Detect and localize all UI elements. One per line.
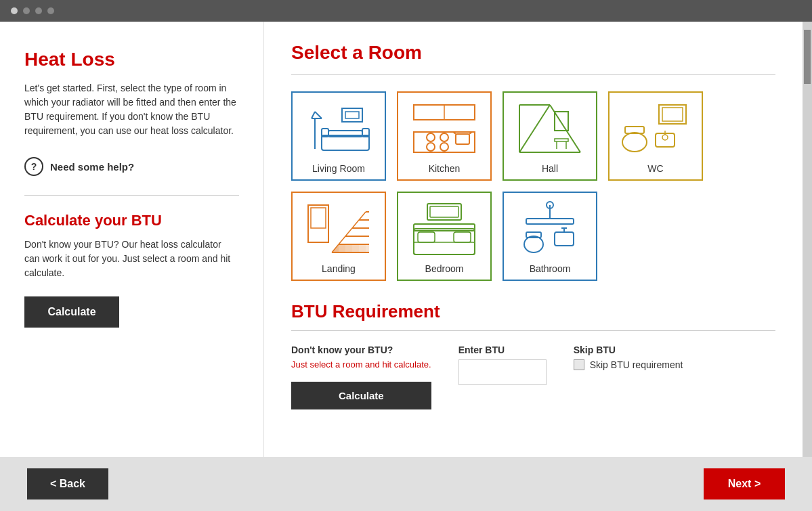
calculate-title: Calculate your BTU	[24, 212, 239, 229]
wc-icon	[618, 98, 693, 159]
room-card-landing[interactable]: Landing	[291, 192, 386, 281]
scrollbar[interactable]	[803, 22, 812, 457]
btu-enter-label: Enter BTU	[458, 345, 547, 355]
help-icon: ?	[24, 157, 43, 176]
svg-point-14	[440, 133, 448, 141]
help-text: Need some help?	[50, 161, 134, 173]
back-button[interactable]: < Back	[27, 468, 108, 499]
hall-icon	[513, 98, 587, 159]
hall-label: Hall	[542, 163, 558, 174]
svg-rect-37	[311, 208, 326, 228]
svg-point-34	[662, 135, 668, 140]
btu-title: BTU Requirement	[291, 301, 775, 322]
svg-marker-51	[345, 244, 352, 252]
btu-row: Don't know your BTU? Just select a room …	[291, 345, 775, 409]
room-card-kitchen[interactable]: Kitchen	[397, 91, 492, 181]
browser-bar	[0, 0, 812, 22]
svg-rect-67	[555, 232, 574, 246]
calculate-description: Don't know your BTU? Our heat loss calcu…	[24, 238, 239, 280]
svg-point-13	[427, 133, 435, 141]
svg-marker-50	[339, 244, 345, 252]
svg-line-48	[359, 212, 366, 220]
room-card-wc[interactable]: WC	[608, 91, 703, 181]
svg-point-16	[440, 143, 448, 151]
living-room-label: Living Room	[312, 163, 365, 174]
btu-skip-checkbox[interactable]	[574, 359, 584, 370]
svg-rect-61	[430, 206, 458, 217]
svg-line-3	[315, 112, 322, 118]
svg-rect-64	[526, 219, 574, 224]
sidebar: Heat Loss Let's get started. First, sele…	[0, 22, 264, 457]
svg-rect-4	[322, 135, 369, 150]
bottom-nav: < Back Next >	[0, 457, 812, 511]
svg-rect-58	[454, 232, 471, 242]
landing-icon	[301, 198, 376, 259]
browser-dot-1	[11, 7, 18, 14]
scrollbar-thumb[interactable]	[804, 30, 811, 84]
browser-dot-4	[47, 7, 54, 14]
svg-rect-57	[418, 232, 435, 242]
btu-skip-label: Skip BTU	[574, 345, 683, 355]
btu-dont-know-col: Don't know your BTU? Just select a room …	[291, 345, 431, 409]
btu-skip-checkbox-text: Skip BTU requirement	[590, 359, 683, 370]
svg-line-46	[345, 228, 352, 236]
sidebar-title: Heat Loss	[24, 49, 239, 70]
svg-line-47	[352, 220, 359, 228]
room-card-bathroom[interactable]: Bathroom	[503, 192, 597, 281]
svg-rect-59	[414, 242, 475, 254]
svg-marker-53	[359, 244, 366, 252]
next-button[interactable]: Next >	[704, 468, 785, 499]
svg-marker-52	[352, 244, 359, 252]
content-divider	[291, 74, 775, 75]
content-area: Select a Room	[264, 22, 803, 457]
svg-marker-54	[366, 244, 369, 252]
room-grid: Living Room	[291, 91, 775, 281]
btu-input[interactable]	[458, 359, 547, 385]
btu-divider	[291, 330, 775, 331]
bedroom-icon	[407, 198, 482, 259]
sidebar-calculate-button[interactable]: Calculate	[24, 296, 119, 328]
landing-label: Landing	[322, 263, 356, 274]
btu-dont-know-sub: Just select a room and hit calculate.	[291, 359, 431, 370]
btu-skip-col: Skip BTU Skip BTU requirement	[574, 345, 683, 370]
svg-rect-26	[555, 139, 568, 141]
kitchen-label: Kitchen	[429, 163, 461, 174]
svg-line-45	[339, 236, 345, 244]
room-card-bedroom[interactable]: Bedroom	[397, 192, 492, 281]
svg-rect-9	[345, 112, 359, 118]
kitchen-icon	[407, 98, 482, 159]
btu-skip-checkbox-label[interactable]: Skip BTU requirement	[574, 359, 683, 370]
svg-line-20	[519, 105, 550, 152]
bathroom-icon	[513, 198, 587, 259]
room-card-living-room[interactable]: Living Room	[291, 91, 386, 181]
btu-enter-col: Enter BTU	[458, 345, 547, 385]
bedroom-label: Bedroom	[425, 263, 464, 274]
svg-point-66	[524, 236, 543, 252]
svg-point-15	[427, 143, 435, 151]
browser-dot-2	[23, 7, 30, 14]
svg-rect-30	[662, 108, 683, 121]
browser-dot-3	[35, 7, 42, 14]
svg-point-32	[622, 133, 647, 152]
help-section[interactable]: ? Need some help?	[24, 157, 239, 176]
svg-rect-56	[414, 224, 475, 231]
btu-calculate-button[interactable]: Calculate	[291, 382, 431, 409]
btu-dont-know-label: Don't know your BTU?	[291, 345, 431, 355]
living-room-icon	[301, 98, 376, 159]
sidebar-description: Let's get started. First, select the typ…	[24, 81, 239, 138]
sidebar-divider	[24, 195, 239, 196]
select-room-title: Select a Room	[291, 42, 775, 64]
wc-label: WC	[647, 163, 663, 174]
main-wrapper: Heat Loss Let's get started. First, sele…	[0, 22, 812, 457]
bathroom-label: Bathroom	[530, 263, 571, 274]
svg-rect-17	[456, 134, 469, 144]
svg-line-2	[312, 112, 315, 118]
room-card-hall[interactable]: Hall	[503, 91, 597, 181]
